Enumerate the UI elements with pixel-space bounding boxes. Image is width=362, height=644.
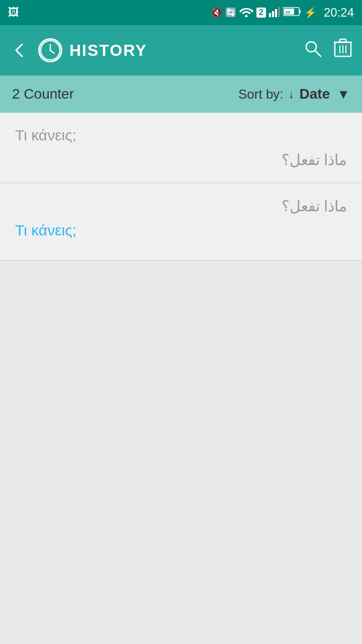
sort-direction-icon: ↓ xyxy=(289,87,295,101)
app-bar-title-area: HISTORY xyxy=(38,38,294,62)
delete-button[interactable] xyxy=(334,38,352,62)
svg-rect-1 xyxy=(269,13,271,17)
svg-rect-2 xyxy=(272,11,274,17)
charging-icon: ⚡ xyxy=(304,7,317,19)
item-target-text: ماذا تفعل؟ xyxy=(15,197,347,215)
svg-rect-16 xyxy=(340,39,346,42)
svg-line-11 xyxy=(50,50,54,53)
time-display: 20:24 xyxy=(324,6,354,20)
list-item[interactable]: Τι κάνεις; ماذا تفعل؟ xyxy=(0,113,362,183)
sort-by-label: Sort by: xyxy=(238,87,284,102)
screen-icon: 🖼 xyxy=(8,6,19,19)
filter-bar: 2 Counter Sort by: ↓ Date ▼ xyxy=(0,75,362,113)
history-list: Τι κάνεις; ماذا تفعل؟ ماذا تفعل؟ Τι κάνε… xyxy=(0,113,362,261)
svg-line-13 xyxy=(315,51,321,56)
sync-icon: 🔄 xyxy=(225,7,236,18)
app-bar-title: HISTORY xyxy=(69,41,147,60)
svg-point-12 xyxy=(306,42,316,52)
svg-point-0 xyxy=(245,15,248,17)
mute-icon: 🔇 xyxy=(211,7,222,18)
app-bar-actions xyxy=(304,38,352,62)
sim-badge-icon: 2 xyxy=(256,8,266,18)
sort-by-selector[interactable]: Sort by: ↓ Date ▼ xyxy=(238,86,350,102)
status-bar-right: 🔇 🔄 2 69 ⚡ 2 xyxy=(211,6,354,20)
app-bar: HISTORY xyxy=(0,25,362,75)
svg-rect-3 xyxy=(275,9,277,17)
wifi-icon xyxy=(239,6,253,20)
sort-value: Date xyxy=(300,86,330,102)
battery-level: 69 xyxy=(283,7,301,19)
signal-icon xyxy=(269,6,280,20)
search-button[interactable] xyxy=(304,39,322,61)
status-bar-left: 🖼 xyxy=(8,6,19,19)
content-area xyxy=(0,261,362,613)
chevron-down-icon: ▼ xyxy=(337,87,350,102)
item-source-text: Τι κάνεις; xyxy=(15,127,347,144)
item-target-text: ماذا تفعل؟ xyxy=(15,151,347,169)
svg-text:69: 69 xyxy=(286,10,290,15)
counter-label: 2 Counter xyxy=(12,86,238,102)
svg-rect-6 xyxy=(299,10,301,13)
status-bar: 🖼 🔇 🔄 2 69 xyxy=(0,0,362,25)
clock-icon xyxy=(38,38,62,62)
svg-rect-4 xyxy=(278,7,280,17)
list-item[interactable]: ماذا تفعل؟ Τι κάνεις; xyxy=(0,183,362,261)
item-source-text: Τι κάνεις; xyxy=(15,222,347,239)
back-button[interactable] xyxy=(10,41,28,59)
